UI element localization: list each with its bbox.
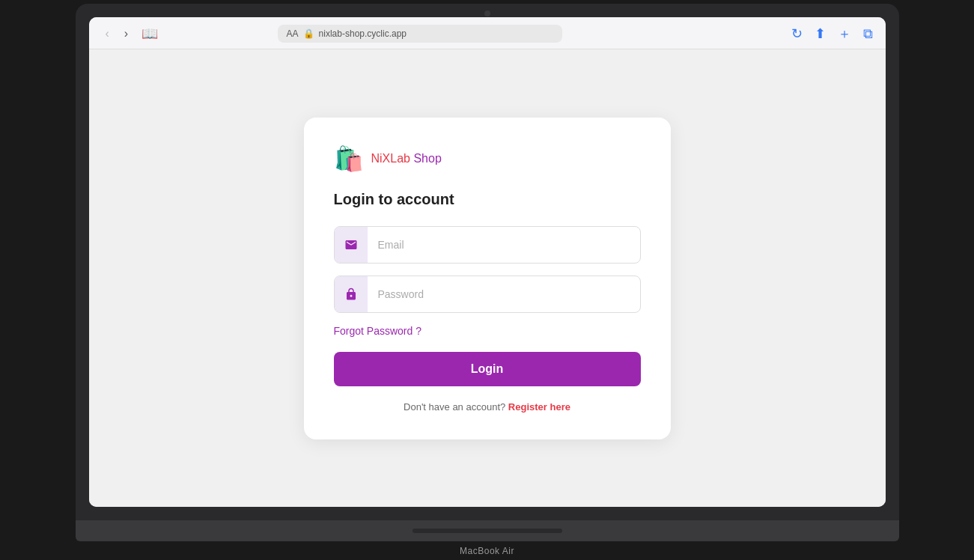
tabs-icon[interactable]: ⧉ bbox=[863, 26, 873, 42]
logo-nix: NiX bbox=[371, 152, 391, 165]
email-icon bbox=[344, 238, 358, 252]
aa-label: AA bbox=[287, 28, 299, 39]
toolbar-icons: ↻ ⬆ ＋ ⧉ bbox=[791, 25, 873, 43]
password-icon-box bbox=[335, 276, 368, 312]
browser-window: ‹ › 📖 AA 🔒 nixlab-shop.cyclic.app ↻ ⬆ ＋ … bbox=[89, 17, 886, 507]
camera-dot bbox=[484, 10, 490, 16]
forward-button[interactable]: › bbox=[120, 25, 133, 42]
password-input-group bbox=[334, 276, 641, 313]
login-button[interactable]: Login bbox=[334, 352, 641, 386]
logo-text: NiXLab Shop bbox=[371, 152, 442, 165]
laptop-shell: ‹ › 📖 AA 🔒 nixlab-shop.cyclic.app ↻ ⬆ ＋ … bbox=[76, 4, 899, 520]
macbook-label: MacBook Air bbox=[460, 546, 514, 556]
logo-icon: 🛍️ bbox=[334, 144, 364, 173]
nav-buttons: ‹ › bbox=[101, 25, 133, 42]
forgot-password-link[interactable]: Forgot Password ? bbox=[334, 325, 641, 337]
reader-icon[interactable]: 📖 bbox=[141, 25, 158, 42]
new-tab-icon[interactable]: ＋ bbox=[838, 25, 851, 43]
password-field[interactable] bbox=[368, 279, 640, 309]
laptop-vent bbox=[413, 529, 562, 533]
login-title: Login to account bbox=[334, 191, 641, 208]
lock-icon: 🔒 bbox=[303, 28, 314, 39]
register-link[interactable]: Register here bbox=[508, 401, 570, 413]
email-field[interactable] bbox=[368, 230, 640, 260]
logo-shop: Shop bbox=[410, 152, 442, 165]
email-icon-box bbox=[335, 227, 368, 263]
register-prompt-text: Don't have an account? bbox=[404, 401, 505, 413]
register-prompt-area: Don't have an account? Register here bbox=[334, 401, 641, 413]
email-input-group bbox=[334, 226, 641, 264]
laptop-bottom-bar bbox=[76, 520, 899, 541]
reload-icon[interactable]: ↻ bbox=[791, 25, 803, 42]
url-text: nixlab-shop.cyclic.app bbox=[319, 28, 407, 39]
logo-lab: Lab bbox=[390, 152, 410, 165]
browser-toolbar: ‹ › 📖 AA 🔒 nixlab-shop.cyclic.app ↻ ⬆ ＋ … bbox=[89, 17, 886, 49]
address-bar[interactable]: AA 🔒 nixlab-shop.cyclic.app bbox=[278, 25, 562, 43]
back-button[interactable]: ‹ bbox=[101, 25, 114, 42]
login-card: 🛍️ NiXLab Shop Login to account bbox=[304, 118, 671, 439]
logo-area: 🛍️ NiXLab Shop bbox=[334, 144, 641, 173]
browser-content: 🛍️ NiXLab Shop Login to account bbox=[89, 49, 886, 507]
lock-field-icon bbox=[344, 287, 358, 301]
share-icon[interactable]: ⬆ bbox=[815, 25, 826, 42]
